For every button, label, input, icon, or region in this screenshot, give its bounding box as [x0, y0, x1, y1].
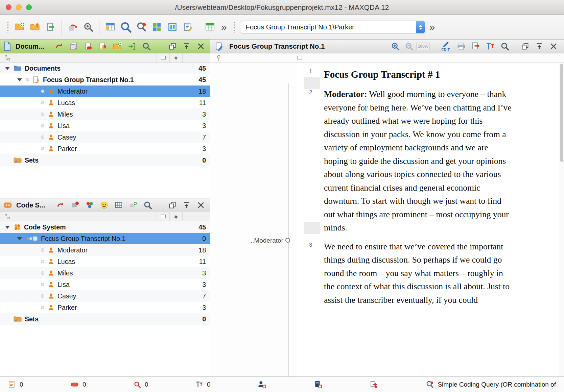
activation-bullet-icon[interactable]	[41, 124, 44, 127]
activate-documents-button[interactable]	[53, 41, 65, 52]
activation-bullet-icon[interactable]	[41, 260, 44, 263]
document-overview-button[interactable]	[97, 41, 109, 52]
expander-icon[interactable]	[17, 78, 22, 81]
tree-row-lucas[interactable]: Lucas 11	[0, 97, 210, 108]
memos-status[interactable]: 0	[8, 381, 23, 389]
maximize-panel-button[interactable]	[181, 200, 192, 211]
overview-table-button[interactable]	[102, 19, 118, 35]
lexical-search-button[interactable]	[80, 19, 96, 35]
tree-row-code-casey[interactable]: Casey 7	[0, 290, 210, 302]
mixed-methods-button[interactable]	[149, 19, 165, 35]
scrollbar-thumb[interactable]	[560, 64, 563, 162]
new-code-button[interactable]	[127, 200, 139, 211]
activated-document-toggle[interactable]	[314, 380, 323, 389]
activation-bullet-icon[interactable]	[41, 113, 44, 116]
undock-panel-button[interactable]	[167, 200, 178, 211]
search-in-document-button[interactable]	[499, 41, 511, 52]
document-memo-button[interactable]	[83, 41, 94, 52]
paragraph-3[interactable]: 3 We need to ensure that we’ve covered t…	[297, 240, 559, 307]
export-results-toggle[interactable]	[370, 380, 378, 389]
tree-row-parker[interactable]: Parker 3	[0, 143, 210, 154]
search-documents-button[interactable]	[141, 41, 152, 52]
activation-bullet-icon[interactable]	[41, 147, 44, 150]
activate-codes-button[interactable]	[55, 200, 66, 211]
print-button[interactable]	[455, 41, 467, 52]
fullscreen-window-button[interactable]	[26, 4, 32, 10]
tree-view-icon[interactable]	[0, 55, 15, 61]
tree-view-icon[interactable]	[0, 214, 15, 220]
toolbar-overflow-chevron[interactable]: »	[221, 22, 227, 32]
export-button[interactable]	[470, 41, 481, 52]
stepper-icon[interactable]	[416, 21, 425, 33]
search-codes-button[interactable]	[142, 200, 154, 211]
logbook-button[interactable]	[180, 19, 196, 35]
tree-row-code-system[interactable]: Code System 45	[0, 221, 210, 233]
close-window-button[interactable]	[6, 4, 11, 10]
document-selector[interactable]: Focus Group Transcript No.1\Parker	[241, 21, 426, 33]
toolbar-drag-handle-icon[interactable]	[7, 21, 9, 33]
memo-column-header-icon[interactable]	[157, 212, 169, 221]
vertical-scrollbar[interactable]	[559, 63, 564, 376]
search-button[interactable]	[118, 19, 134, 35]
tree-row-code-lucas[interactable]: Lucas 11	[0, 256, 210, 267]
new-document-group-button[interactable]	[112, 41, 123, 52]
activation-bullet-icon[interactable]	[26, 78, 29, 81]
coding-stripe-handle-icon[interactable]	[285, 238, 290, 243]
tree-row-lisa[interactable]: Lisa 3	[0, 120, 210, 131]
retrieved-segments-status[interactable]: 0	[133, 381, 148, 389]
coding-query-status[interactable]: Simple Coding Query (OR combination of	[425, 380, 556, 389]
activation-bullet-icon[interactable]	[41, 283, 44, 286]
activation-bullet-icon[interactable]	[41, 294, 44, 298]
tree-row-code-parker[interactable]: Parker 3	[0, 302, 210, 313]
tree-row-focus-group-transcript[interactable]: Focus Group Transcript No.1 45	[0, 74, 210, 85]
tree-row-code-moderator[interactable]: Moderator 18	[0, 244, 210, 256]
activation-bullet-icon[interactable]	[41, 248, 44, 252]
toolbar-drag-handle-icon[interactable]	[233, 21, 235, 33]
edit-mode-button[interactable]: EDIT	[439, 40, 452, 52]
codes-overview-button[interactable]	[113, 200, 124, 211]
count-column-header[interactable]: #	[169, 212, 182, 221]
maximize-panel-button[interactable]	[181, 41, 192, 52]
tree-row-miles[interactable]: Miles 3	[0, 108, 210, 120]
coded-segments-status[interactable]: 0	[70, 381, 86, 389]
activated-documents-toggle[interactable]	[258, 380, 266, 389]
tree-row-code-sets[interactable]: Sets 0	[0, 313, 210, 325]
open-project-button[interactable]	[27, 19, 43, 35]
tree-row-sets[interactable]: Sets 0	[0, 154, 210, 166]
expander-icon[interactable]	[5, 226, 10, 229]
toolbar-overflow-chevron-right[interactable]: »	[429, 22, 435, 32]
coding-margin[interactable]: ..Moderator	[210, 63, 297, 376]
display-settings-button[interactable]	[485, 41, 496, 52]
close-panel-button[interactable]	[195, 200, 207, 211]
expander-icon[interactable]	[5, 67, 10, 70]
tree-row-code-miles[interactable]: Miles 3	[0, 267, 210, 279]
tree-row-code-lisa[interactable]: Lisa 3	[0, 279, 210, 290]
tree-row-moderator[interactable]: Moderator 18	[0, 85, 210, 97]
import-document-button[interactable]	[43, 19, 58, 35]
coding-stripe[interactable]	[288, 83, 288, 376]
memo-column-header-icon[interactable]	[157, 53, 169, 62]
new-project-button[interactable]	[12, 19, 27, 35]
stats-table-button[interactable]	[202, 19, 218, 35]
colored-codes-button[interactable]	[84, 200, 95, 211]
activation-bullet-icon[interactable]	[41, 136, 44, 139]
new-text-document-button[interactable]	[68, 41, 79, 52]
undock-panel-button[interactable]	[167, 41, 178, 52]
coding-stripe-label[interactable]: ..Moderator	[251, 237, 283, 244]
zoom-out-button[interactable]	[403, 41, 415, 52]
tree-row-documents[interactable]: Documents 45	[0, 63, 210, 74]
import-documents-button[interactable]	[126, 41, 138, 52]
zoom-100-button[interactable]: 100%	[417, 41, 429, 52]
minimize-window-button[interactable]	[16, 4, 22, 10]
count-column-header[interactable]: #	[169, 53, 182, 62]
activation-bullet-icon[interactable]	[41, 306, 44, 309]
zoom-in-button[interactable]	[390, 41, 401, 52]
visual-tools-button[interactable]	[165, 19, 180, 35]
text-search-button[interactable]	[134, 19, 149, 35]
maximize-panel-button[interactable]	[534, 41, 545, 52]
paragraph-1[interactable]: 1 Focus Group Transcript # 1	[297, 67, 559, 82]
tree-row-casey[interactable]: Casey 7	[0, 131, 210, 143]
expander-icon[interactable]	[17, 237, 22, 240]
activation-filter-status[interactable]: 0	[195, 381, 211, 389]
activation-bullet-icon[interactable]	[41, 101, 44, 104]
